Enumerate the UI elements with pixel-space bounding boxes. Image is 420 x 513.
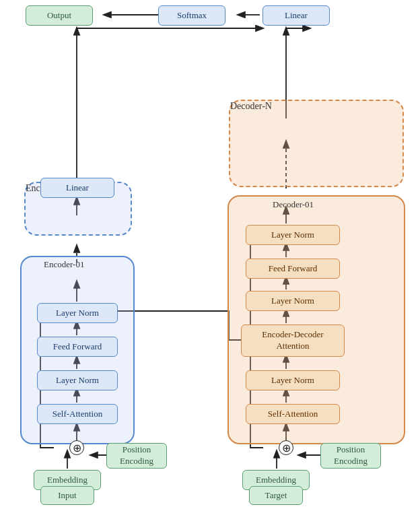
output-box: Output bbox=[26, 5, 93, 26]
decoder-n-label: Decoder-N bbox=[230, 101, 272, 111]
enc-dec-attention-label: Encoder-Decoder Attention bbox=[262, 329, 323, 352]
encoder-layer-norm-2-label: Layer Norm bbox=[56, 375, 99, 386]
encoder-linear-box: Linear bbox=[40, 178, 114, 198]
encoder-input-box: Input bbox=[40, 486, 94, 505]
encoder-input-label: Input bbox=[58, 490, 76, 502]
softmax-label: Softmax bbox=[177, 10, 207, 22]
encoder-self-attention-label: Self-Attention bbox=[53, 409, 102, 420]
decoder-layer-norm-2-box: Layer Norm bbox=[246, 291, 340, 311]
linear-top-box: Linear bbox=[262, 5, 330, 26]
encoder-layer-norm-1-label: Layer Norm bbox=[56, 308, 99, 319]
encoder-plus-circle: ⊕ bbox=[69, 440, 84, 455]
encoder-feed-forward-label: Feed Forward bbox=[53, 341, 102, 353]
decoder-n-container: Decoder-N bbox=[229, 100, 404, 187]
decoder-layer-norm-2-label: Layer Norm bbox=[271, 296, 314, 307]
decoder-target-box: Target bbox=[249, 486, 303, 505]
decoder-layer-norm-1-box: Layer Norm bbox=[246, 370, 340, 390]
softmax-box: Softmax bbox=[158, 5, 225, 26]
encoder-feed-forward-box: Feed Forward bbox=[37, 337, 118, 357]
encoder-01-label: Encoder-01 bbox=[44, 259, 84, 270]
encoder-position-encoding-box: Position Encoding bbox=[106, 443, 167, 469]
decoder-self-attention-label: Self-Attention bbox=[268, 409, 318, 420]
decoder-01-label: Decoder-01 bbox=[273, 199, 314, 210]
decoder-feed-forward-label: Feed Forward bbox=[269, 263, 318, 275]
encoder-layer-norm-2-box: Layer Norm bbox=[37, 370, 118, 390]
decoder-layer-norm-3-box: Layer Norm bbox=[246, 225, 340, 245]
decoder-layer-norm-1-label: Layer Norm bbox=[271, 375, 314, 386]
encoder-self-attention-box: Self-Attention bbox=[37, 404, 118, 424]
linear-top-label: Linear bbox=[285, 10, 308, 22]
decoder-embedding-label: Embedding bbox=[256, 475, 296, 486]
transformer-diagram: Output Softmax Linear Encoder-N Linear E… bbox=[0, 0, 420, 513]
decoder-position-encoding-box: Position Encoding bbox=[320, 443, 381, 469]
output-label: Output bbox=[47, 10, 71, 22]
encoder-layer-norm-1-box: Layer Norm bbox=[37, 303, 118, 323]
decoder-target-label: Target bbox=[265, 490, 287, 502]
decoder-layer-norm-3-label: Layer Norm bbox=[271, 230, 314, 241]
decoder-feed-forward-box: Feed Forward bbox=[246, 259, 340, 279]
encoder-embedding-label: Embedding bbox=[47, 475, 88, 486]
encoder-position-encoding-label: Position Encoding bbox=[120, 444, 153, 467]
enc-dec-attention-box: Encoder-Decoder Attention bbox=[241, 324, 345, 357]
decoder-plus-circle: ⊕ bbox=[279, 440, 293, 455]
decoder-position-encoding-label: Position Encoding bbox=[334, 444, 368, 467]
encoder-linear-label: Linear bbox=[66, 182, 89, 194]
decoder-self-attention-box: Self-Attention bbox=[246, 404, 340, 424]
